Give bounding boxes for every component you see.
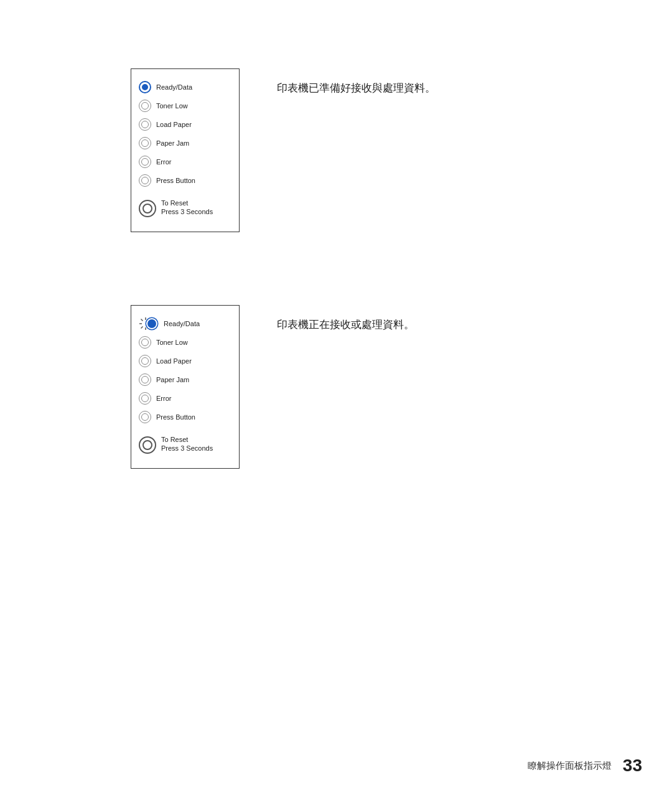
led-row-ready-data-top: Ready/Data [139, 78, 231, 96]
led-error-top [139, 156, 151, 168]
led-row-toner-low-bottom: Toner Low [139, 333, 231, 352]
reset-row-bottom: To Reset Press 3 Seconds [139, 426, 231, 457]
led-paper-jam-bottom [139, 373, 151, 386]
reset-button-top[interactable] [139, 200, 156, 217]
led-label-error-top: Error [156, 157, 171, 166]
led-row-paper-jam-bottom: Paper Jam [139, 370, 231, 389]
footer: 瞭解操作面板指示燈 33 [528, 756, 642, 776]
led-label-ready-data-top: Ready/Data [156, 83, 192, 92]
led-label-toner-low-top: Toner Low [156, 101, 188, 110]
led-label-paper-jam-bottom: Paper Jam [156, 375, 189, 384]
footer-page-number: 33 [623, 756, 642, 776]
reset-button-bottom[interactable] [139, 436, 156, 454]
led-row-error-bottom: Error [139, 389, 231, 408]
svg-line-7 [141, 327, 143, 329]
top-description: 印表機已準備好接收與處理資料。 [277, 68, 436, 96]
led-toner-low-top [139, 100, 151, 112]
led-load-paper-bottom [139, 355, 151, 367]
reset-row-top: To Reset Press 3 Seconds [139, 190, 231, 220]
led-row-load-paper-bottom: Load Paper [139, 352, 231, 370]
led-label-toner-low-bottom: Toner Low [156, 338, 188, 347]
reset-label-line1-bottom: To Reset [161, 435, 213, 444]
reset-label-line2-top: Press 3 Seconds [161, 207, 213, 216]
led-ready-data-top [139, 81, 151, 93]
footer-label: 瞭解操作面板指示燈 [528, 760, 612, 772]
top-description-text: 印表機已準備好接收與處理資料。 [277, 82, 436, 94]
led-row-ready-data-bottom: Ready/Data [139, 314, 231, 333]
led-row-press-button-bottom: Press Button [139, 408, 231, 426]
led-row-error-top: Error [139, 153, 231, 171]
led-label-ready-data-bottom: Ready/Data [164, 319, 200, 328]
reset-label-line1-top: To Reset [161, 199, 213, 207]
bottom-description-text: 印表機正在接收或處理資料。 [277, 319, 414, 331]
led-toner-low-bottom [139, 336, 151, 349]
led-error-bottom [139, 392, 151, 405]
led-load-paper-top [139, 118, 151, 131]
led-label-error-bottom: Error [156, 394, 171, 403]
top-section: Ready/Data Toner Low Load Paper Paper Ja… [131, 68, 436, 232]
led-label-press-button-bottom: Press Button [156, 413, 195, 421]
led-label-load-paper-top: Load Paper [156, 120, 192, 129]
bottom-description: 印表機正在接收或處理資料。 [277, 305, 414, 333]
led-label-load-paper-bottom: Load Paper [156, 357, 192, 365]
led-press-button-bottom [139, 411, 151, 423]
page-content: Ready/Data Toner Low Load Paper Paper Ja… [0, 0, 672, 798]
led-press-button-top [139, 174, 151, 187]
bottom-panel-box: Ready/Data Toner Low Load Paper Paper Ja… [131, 305, 240, 469]
led-row-toner-low-top: Toner Low [139, 96, 231, 115]
led-label-press-button-top: Press Button [156, 176, 195, 185]
led-row-press-button-top: Press Button [139, 171, 231, 190]
svg-line-4 [141, 319, 143, 321]
led-label-paper-jam-top: Paper Jam [156, 139, 189, 148]
led-blink-container-bottom [139, 317, 157, 330]
led-row-paper-jam-top: Paper Jam [139, 134, 231, 153]
led-ready-data-bottom [147, 319, 156, 328]
led-paper-jam-top [139, 137, 151, 149]
reset-label-line2-bottom: Press 3 Seconds [161, 444, 213, 453]
top-panel-box: Ready/Data Toner Low Load Paper Paper Ja… [131, 68, 240, 232]
led-row-load-paper-top: Load Paper [139, 115, 231, 134]
bottom-section: Ready/Data Toner Low Load Paper Paper Ja… [131, 305, 414, 469]
